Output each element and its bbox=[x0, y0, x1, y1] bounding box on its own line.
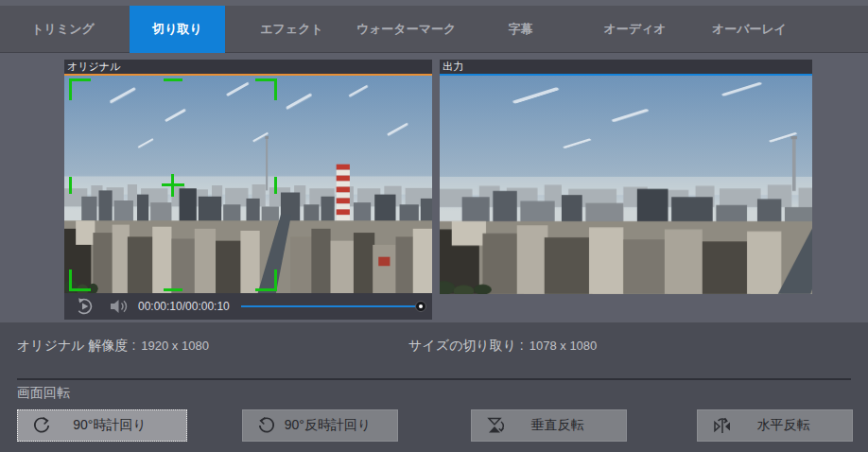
rotate-clockwise-icon bbox=[31, 415, 52, 436]
playback-slider-handle[interactable] bbox=[415, 301, 426, 312]
rotate-90-clockwise-button[interactable]: 90°時計回り bbox=[17, 409, 187, 442]
video-editor-window: トリミング 切り取り エフェクト ウォーターマーク 字幕 オーディオ オーバーレ… bbox=[0, 0, 868, 452]
crop-handle-bottom[interactable] bbox=[164, 288, 182, 291]
crop-handle-left[interactable] bbox=[69, 177, 72, 194]
tab-crop[interactable]: 切り取り bbox=[130, 6, 225, 53]
resolution-info-row: オリジナル 解像度 : 1920 x 1080 サイズの切り取り : 1078 … bbox=[0, 338, 868, 356]
replay-play-icon[interactable] bbox=[74, 296, 95, 317]
tab-effects[interactable]: エフェクト bbox=[244, 6, 339, 53]
original-video-preview[interactable] bbox=[64, 76, 432, 293]
rotate-counterclockwise-icon bbox=[256, 415, 277, 436]
crop-center-crosshair[interactable] bbox=[171, 174, 174, 197]
original-panel: オリジナル bbox=[64, 60, 432, 293]
output-video-preview bbox=[440, 76, 812, 294]
output-panel-title: 出力 bbox=[440, 60, 812, 74]
playback-slider[interactable] bbox=[241, 293, 426, 320]
tab-overlay[interactable]: オーバーレイ bbox=[702, 6, 797, 53]
output-panel: 出力 bbox=[440, 60, 812, 294]
preview-area: オリジナル bbox=[0, 54, 868, 322]
tab-watermark[interactable]: ウォーターマーク bbox=[358, 6, 454, 53]
crop-handle-bottom-right[interactable] bbox=[255, 269, 277, 291]
flip-vertical-button[interactable]: 垂直反転 bbox=[471, 409, 627, 442]
flip-horizontal-button[interactable]: 水平反転 bbox=[697, 409, 853, 442]
settings-section: オリジナル 解像度 : 1920 x 1080 サイズの切り取り : 1078 … bbox=[0, 322, 868, 452]
tab-audio[interactable]: オーディオ bbox=[587, 6, 683, 53]
crop-handle-top-left[interactable] bbox=[69, 78, 91, 100]
playback-progress-track bbox=[241, 305, 421, 307]
speaker-icon[interactable] bbox=[108, 297, 130, 316]
crop-handle-right[interactable] bbox=[274, 177, 277, 194]
crop-handle-bottom-left[interactable] bbox=[69, 269, 91, 291]
tool-tabbar: トリミング 切り取り エフェクト ウォーターマーク 字幕 オーディオ オーバーレ… bbox=[0, 6, 868, 53]
playback-bar: 00:00:10/00:00:10 bbox=[64, 293, 432, 320]
crop-selection[interactable] bbox=[69, 78, 277, 291]
tab-trimming[interactable]: トリミング bbox=[15, 6, 111, 53]
crop-handle-top[interactable] bbox=[164, 78, 182, 81]
crop-size: サイズの切り取り : 1078 x 1080 bbox=[408, 338, 597, 355]
original-panel-title: オリジナル bbox=[64, 60, 432, 74]
rotate-90-counterclockwise-button[interactable]: 90°反時計回り bbox=[242, 409, 398, 442]
rotation-section-label: 画面回転 bbox=[17, 385, 70, 402]
flip-vertical-icon bbox=[485, 415, 508, 436]
original-resolution: オリジナル 解像度 : 1920 x 1080 bbox=[17, 338, 209, 355]
section-divider bbox=[17, 378, 851, 380]
tab-subtitles[interactable]: 字幕 bbox=[473, 6, 568, 53]
flip-horizontal-icon bbox=[711, 415, 734, 436]
playback-time: 00:00:10/00:00:10 bbox=[138, 300, 230, 313]
crop-handle-top-right[interactable] bbox=[255, 78, 277, 100]
